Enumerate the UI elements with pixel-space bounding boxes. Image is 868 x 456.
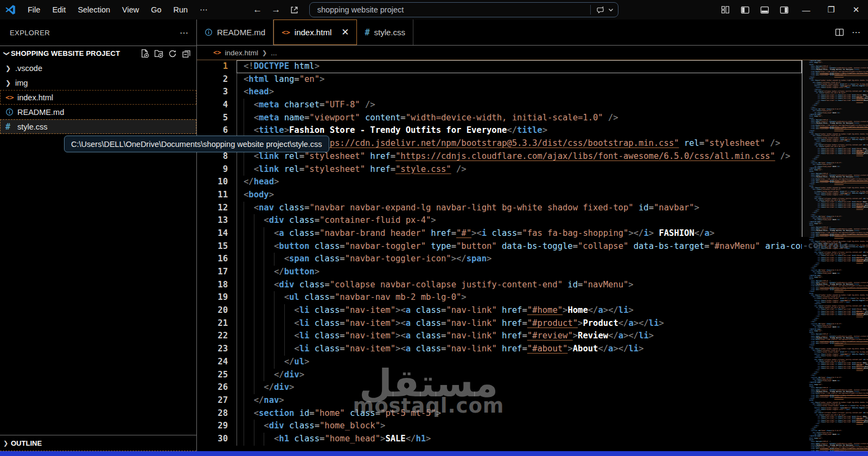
token: "navbar-nav mb-2 mb-lg-0" [335, 292, 461, 302]
close-icon[interactable]: ✕ [341, 27, 349, 38]
code-line[interactable]: 13 <div class="container-fluid px-4"> [197, 214, 802, 227]
token: div [279, 280, 294, 290]
token: class [315, 331, 340, 341]
file-name: img [15, 79, 28, 87]
file-item-index-html[interactable]: <>index.html [0, 90, 196, 105]
command-center-search[interactable] [309, 2, 618, 17]
line-number: 20 [197, 304, 237, 317]
code-line[interactable]: 27 </nav> [197, 394, 802, 407]
copilot-icon[interactable] [596, 5, 605, 14]
code-line[interactable]: 28 <section id="home" class="pt-5 mt-5"> [197, 407, 802, 420]
file-item-img[interactable]: ❯img [0, 75, 196, 90]
code-line[interactable]: 17 </button> [197, 266, 802, 279]
token: div [269, 421, 284, 431]
outline-section[interactable]: ❯ OUTLINE [0, 435, 196, 451]
code-line[interactable]: 22 <li class="nav-item"><a class="nav-li… [197, 330, 802, 343]
token: "home" [315, 408, 345, 418]
token [603, 113, 608, 123]
code-line[interactable]: 5 <meta name="viewport" content="width=d… [197, 112, 802, 125]
menu-item-selection[interactable]: Selection [72, 0, 116, 20]
minimap[interactable]: <!DOCTYPE html><html lang="en"><head> <m… [802, 60, 868, 451]
file-item-vscode[interactable]: ❯.vscode [0, 61, 196, 75]
file-item-readme-md[interactable]: README.md [0, 105, 196, 119]
editor-content[interactable]: 1<!DOCTYPE html>2<html lang="en">3<head>… [197, 60, 868, 451]
customize-layout-icon[interactable] [716, 0, 735, 20]
code-line[interactable]: 2<html lang="en"> [197, 73, 802, 86]
code-area[interactable]: 1<!DOCTYPE html>2<html lang="en">3<head>… [197, 60, 802, 451]
workspace-section-header[interactable]: ❯ SHOPPING WEBSITE PROJECT [0, 46, 196, 61]
code-line[interactable]: 12 <nav class="navbar navbar-expand-lg n… [197, 202, 802, 215]
close-button[interactable]: ✕ [844, 0, 868, 20]
menu-item-[interactable]: ⋯ [194, 0, 214, 20]
open-external-icon[interactable] [286, 5, 303, 15]
html-file-icon: <> [282, 28, 290, 36]
code-line[interactable]: 16 <span class="navbar-toggler-icon"></s… [197, 253, 802, 266]
code-line[interactable]: 4 <meta charset="UTF-8" /> [197, 99, 802, 112]
status-bar[interactable] [0, 451, 868, 456]
tab-readme-md[interactable]: README.md [197, 20, 273, 45]
code-line[interactable]: 14 <a class="navbar-brand header" href="… [197, 227, 802, 240]
token: href [431, 228, 451, 238]
menu-item-run[interactable]: Run [168, 0, 194, 20]
collapse-all-icon[interactable] [182, 49, 191, 58]
token: = [522, 318, 527, 328]
token [628, 241, 633, 251]
code-line[interactable]: 30 <h1 class="home_head">SALE</h1> [197, 433, 802, 446]
restore-button[interactable]: ❐ [819, 0, 843, 20]
code-line[interactable]: 26 </div> [197, 381, 802, 394]
token: = [522, 344, 527, 354]
code-line[interactable]: 15 <button class="navbar-toggler" type="… [197, 240, 802, 253]
token: < [254, 203, 259, 213]
back-icon[interactable]: ← [250, 4, 266, 15]
menu-item-edit[interactable]: Edit [46, 0, 72, 20]
token: > [380, 421, 385, 431]
code-line[interactable]: 19 <ul class="navbar-nav mb-2 mb-lg-0"> [197, 291, 802, 304]
menu-item-file[interactable]: File [22, 0, 46, 20]
minimize-button[interactable]: — [794, 0, 818, 20]
toggle-panel-icon[interactable] [755, 0, 774, 20]
toggle-primary-sidebar-icon[interactable] [736, 0, 754, 20]
editor-more-actions-icon[interactable]: ⋯ [852, 27, 860, 37]
breadcrumb[interactable]: <> index.html ❯ ... [197, 46, 868, 60]
token: < [400, 305, 405, 315]
menu-item-view[interactable]: View [116, 0, 145, 20]
code-line[interactable]: 23 <li class="nav-item"><a class="nav-li… [197, 343, 802, 356]
code-line[interactable]: 3<head> [197, 86, 802, 99]
split-editor-icon[interactable] [835, 28, 844, 37]
token: body [248, 190, 269, 200]
toggle-secondary-sidebar-icon[interactable] [775, 0, 793, 20]
token: = [294, 74, 299, 84]
code-line[interactable]: 24 </ul> [197, 356, 802, 369]
token: < [400, 331, 405, 341]
menu-item-go[interactable]: Go [145, 0, 167, 20]
breadcrumb-more[interactable]: ... [271, 49, 277, 57]
tab-style-css[interactable]: #style.css [357, 20, 413, 45]
breadcrumb-file[interactable]: index.html [225, 49, 258, 57]
code-line[interactable]: 1<!DOCTYPE html> [197, 60, 802, 73]
token: </ [507, 125, 517, 135]
code-line[interactable]: 9 <link rel="stylesheet" href="style.css… [197, 163, 802, 176]
code-line[interactable]: 29 <div class="home_block"> [197, 420, 802, 433]
search-input[interactable] [310, 5, 590, 14]
minimap-slider[interactable] [802, 60, 868, 237]
chevron-down-icon[interactable] [608, 7, 614, 12]
code-line[interactable]: 11<body> [197, 189, 802, 202]
token: > [710, 228, 714, 238]
tab-index-html[interactable]: <>index.html✕ [273, 20, 357, 45]
code-line[interactable]: 20 <li class="nav-item"><a class="nav-li… [197, 304, 802, 317]
token: "width=device-width, initial-scale=1.0" [406, 113, 603, 123]
code-line[interactable]: 10</head> [197, 176, 802, 189]
token [426, 228, 431, 238]
forward-icon[interactable]: → [268, 4, 284, 15]
new-file-icon[interactable] [140, 49, 149, 58]
token: </ [264, 382, 274, 392]
code-line[interactable]: 25 </div> [197, 369, 802, 382]
new-folder-icon[interactable] [154, 49, 163, 58]
token: > [649, 228, 654, 238]
refresh-icon[interactable] [168, 49, 177, 58]
explorer-more-actions-icon[interactable]: ⋯ [180, 28, 189, 38]
code-line-text: <body> [237, 189, 802, 202]
code-line[interactable]: 18 <div class="collapse navbar-collapse … [197, 279, 802, 292]
code-line[interactable]: 21 <li class="nav-item"><a class="nav-li… [197, 317, 802, 330]
file-item-style-css[interactable]: #style.css [0, 119, 196, 134]
